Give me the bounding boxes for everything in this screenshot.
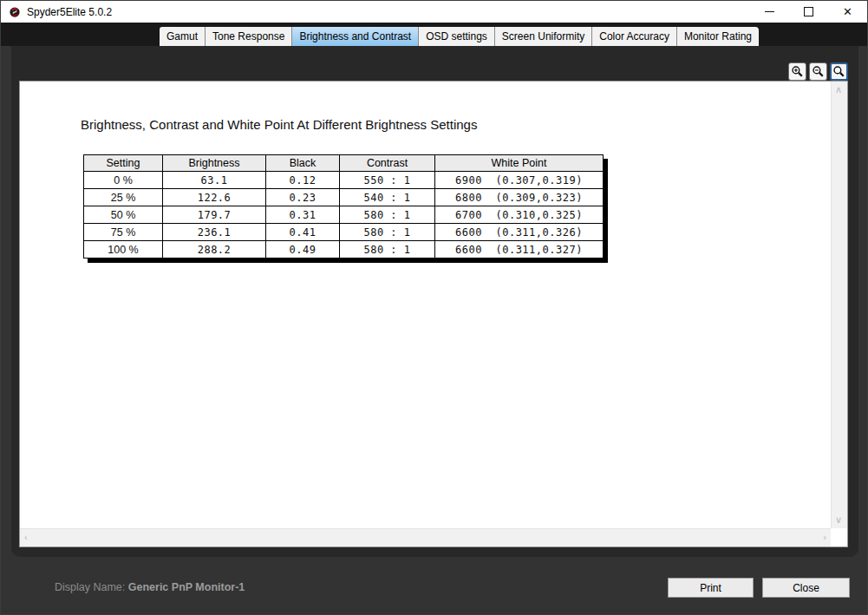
table-header-row: Setting Brightness Black Contrast White …: [84, 155, 604, 172]
cell-brightness: 288.2: [163, 241, 266, 258]
window-controls: ✕: [750, 1, 867, 23]
col-header-contrast: Contrast: [340, 155, 435, 172]
scroll-left-icon[interactable]: ‹: [24, 533, 28, 542]
tab-brightness-and-contrast[interactable]: Brightness and Contrast: [292, 27, 419, 46]
display-name-value: Generic PnP Monitor-1: [128, 581, 245, 593]
cell-white-point: 6800 (0.309,0.323): [435, 189, 604, 206]
cell-setting: 50 %: [84, 206, 163, 224]
cell-black: 0.23: [266, 189, 340, 206]
maximize-icon: [804, 7, 813, 16]
cell-white-point: 6600 (0.311,0.326): [435, 224, 604, 241]
report-title: Brightness, Contrast and White Point At …: [81, 117, 477, 132]
zoom-toolbar: [788, 62, 848, 81]
minimize-button[interactable]: [750, 1, 789, 23]
col-header-white-point: White Point: [435, 155, 604, 172]
table-row: 25 % 122.6 0.23 540 : 1 6800 (0.309,0.32…: [84, 189, 604, 206]
scroll-down-icon[interactable]: ∨: [835, 515, 842, 525]
tab-osd-settings[interactable]: OSD settings: [419, 27, 495, 46]
horizontal-scrollbar[interactable]: ‹ ›: [20, 528, 831, 546]
zoom-fit-button[interactable]: [830, 62, 848, 81]
col-header-brightness: Brightness: [163, 155, 266, 172]
zoom-out-icon: [812, 65, 825, 78]
scroll-up-icon[interactable]: ∧: [835, 85, 842, 95]
maximize-button[interactable]: [789, 1, 828, 23]
cell-brightness: 236.1: [163, 224, 266, 241]
cell-contrast: 550 : 1: [340, 172, 435, 189]
cell-white-point: 6700 (0.310,0.325): [435, 206, 604, 224]
cell-setting: 75 %: [84, 224, 163, 241]
report-viewport: Brightness, Contrast and White Point At …: [19, 81, 848, 547]
cell-brightness: 63.1: [163, 172, 266, 189]
window-title: Spyder5Elite 5.0.2: [27, 6, 112, 18]
cell-white-point: 6600 (0.311,0.327): [435, 241, 604, 258]
close-window-button[interactable]: ✕: [828, 1, 867, 23]
cell-contrast: 580 : 1: [340, 241, 435, 258]
table-row: 50 % 179.7 0.31 580 : 1 6700 (0.310,0.32…: [84, 206, 604, 224]
app-window: Spyder5Elite 5.0.2 ✕ Gamut Tone Response…: [0, 0, 868, 615]
vertical-scrollbar[interactable]: ∧ ∨: [831, 82, 847, 528]
tab-bar: Gamut Tone Response Brightness and Contr…: [1, 23, 867, 46]
table-row: 100 % 288.2 0.49 580 : 1 6600 (0.311,0.3…: [84, 241, 604, 258]
cell-black: 0.12: [266, 172, 340, 189]
cell-setting: 0 %: [84, 172, 163, 189]
report-page: Brightness, Contrast and White Point At …: [20, 82, 831, 528]
cell-black: 0.31: [266, 206, 340, 224]
cell-contrast: 580 : 1: [340, 224, 435, 241]
tab-monitor-rating[interactable]: Monitor Rating: [677, 27, 759, 46]
zoom-in-button[interactable]: [788, 62, 806, 81]
table-row: 75 % 236.1 0.41 580 : 1 6600 (0.311,0.32…: [84, 224, 604, 241]
cell-setting: 25 %: [84, 189, 163, 206]
tab-gamut[interactable]: Gamut: [160, 27, 206, 46]
spyder-logo-icon: [9, 6, 21, 18]
cell-contrast: 540 : 1: [340, 189, 435, 206]
cell-brightness: 179.7: [163, 206, 266, 224]
table-row: 0 % 63.1 0.12 550 : 1 6900 (0.307,0.319): [84, 172, 604, 189]
scrollbar-corner: [831, 528, 847, 546]
zoom-fit-icon: [832, 65, 845, 78]
close-button[interactable]: Close: [762, 578, 850, 598]
display-name-label: Display Name:: [55, 581, 125, 593]
zoom-in-icon: [791, 65, 804, 78]
cell-contrast: 580 : 1: [340, 206, 435, 224]
tab-tone-response[interactable]: Tone Response: [206, 27, 292, 46]
print-button[interactable]: Print: [668, 578, 754, 598]
minimize-icon: [765, 11, 774, 12]
cell-black: 0.41: [266, 224, 340, 241]
cell-black: 0.49: [266, 241, 340, 258]
cell-brightness: 122.6: [163, 189, 266, 206]
cell-setting: 100 %: [84, 241, 163, 258]
col-header-setting: Setting: [84, 155, 163, 172]
zoom-out-button[interactable]: [809, 62, 827, 81]
tab-color-accuracy[interactable]: Color Accuracy: [592, 27, 677, 46]
tab-screen-uniformity[interactable]: Screen Uniformity: [495, 27, 592, 46]
titlebar: Spyder5Elite 5.0.2 ✕: [1, 1, 867, 23]
scroll-right-icon[interactable]: ›: [823, 533, 826, 542]
measurement-table: Setting Brightness Black Contrast White …: [83, 154, 604, 258]
display-name: Display Name: Generic PnP Monitor-1: [55, 581, 245, 593]
close-icon: ✕: [843, 5, 852, 18]
col-header-black: Black: [266, 155, 340, 172]
cell-white-point: 6900 (0.307,0.319): [435, 172, 604, 189]
